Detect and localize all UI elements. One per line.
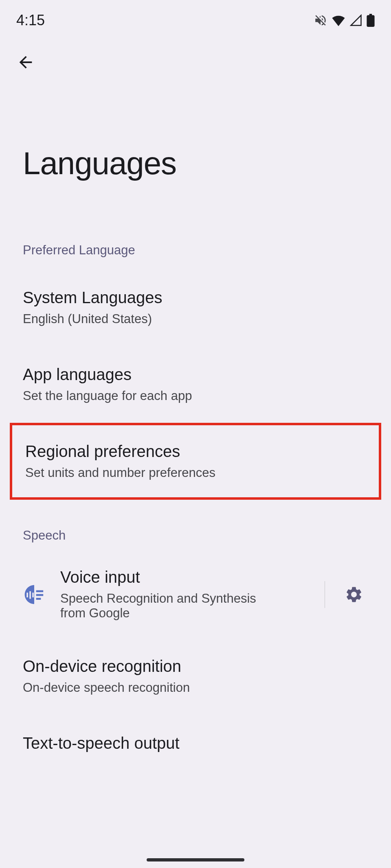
status-icons [314,13,375,27]
setting-title: Text-to-speech output [23,734,368,752]
svg-rect-4 [36,594,44,596]
setting-subtitle: On-device speech recognition [23,680,368,695]
setting-subtitle: Set units and number preferences [25,466,366,480]
section-header-speech: Speech [0,528,391,543]
setting-title: System Languages [23,289,368,307]
voice-input-icon [23,583,46,606]
setting-title: Voice input [60,568,302,586]
toolbar [0,33,391,72]
setting-subtitle: Set the language for each app [23,389,368,403]
battery-icon [367,14,375,27]
navigation-pill[interactable] [147,858,244,861]
wifi-icon [332,14,345,26]
back-icon[interactable] [16,53,375,72]
vertical-divider [325,581,325,608]
mute-icon [314,13,327,27]
setting-title: Regional preferences [25,442,366,461]
signal-icon [349,14,362,26]
status-bar: 4:15 [0,0,391,33]
setting-title: On-device recognition [23,657,368,676]
page-title: Languages [0,72,391,182]
setting-regional-preferences[interactable]: Regional preferences Set units and numbe… [10,423,381,500]
setting-tts-output[interactable]: Text-to-speech output [0,715,391,772]
svg-rect-3 [36,590,44,592]
setting-subtitle: English (United States) [23,312,368,326]
setting-system-languages[interactable]: System Languages English (United States) [0,269,391,346]
gear-icon[interactable] [340,585,368,604]
section-header-preferred: Preferred Language [0,243,391,258]
setting-title: App languages [23,365,368,384]
setting-on-device-recognition[interactable]: On-device recognition On-device speech r… [0,638,391,715]
setting-subtitle: Speech Recognition and Synthesis from Go… [60,591,272,621]
setting-app-languages[interactable]: App languages Set the language for each … [0,346,391,423]
status-time: 4:15 [16,12,45,29]
svg-rect-1 [29,591,31,599]
svg-rect-2 [32,593,34,597]
svg-rect-5 [36,598,41,600]
svg-rect-0 [26,593,28,597]
setting-voice-input[interactable]: Voice input Speech Recognition and Synth… [0,551,391,638]
